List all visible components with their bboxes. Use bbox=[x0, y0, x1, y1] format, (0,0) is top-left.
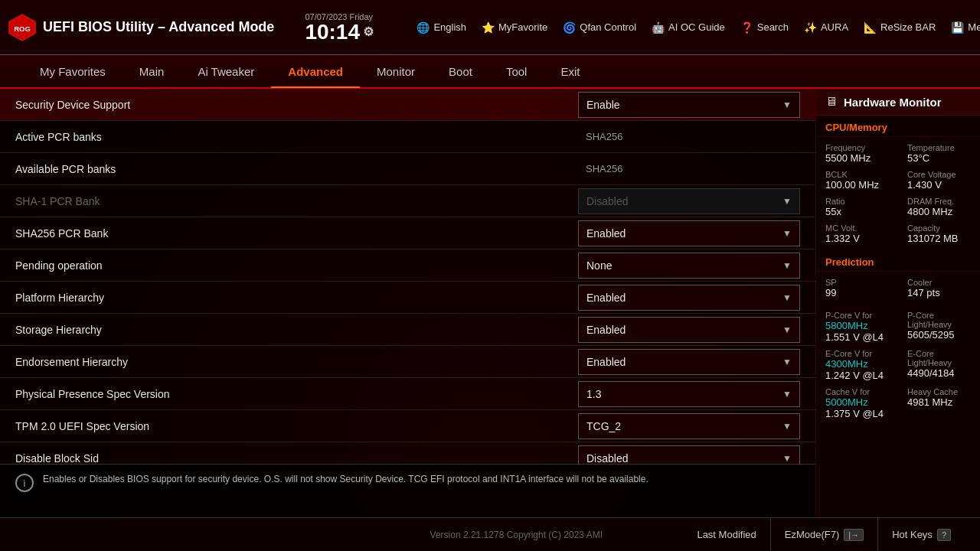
stat-frequency: Frequency 5500 MHz bbox=[816, 140, 898, 167]
nav-item-aitweaker[interactable]: Ai Tweaker bbox=[181, 54, 271, 88]
stat-capacity-label: Capacity bbox=[907, 223, 971, 233]
label-active-pcr-banks: Active PCR banks bbox=[15, 131, 586, 143]
topbar-language-label: English bbox=[433, 21, 466, 33]
dropdown-security-device-support[interactable]: Enable ▼ bbox=[578, 92, 800, 118]
stat-dram-freq-label: DRAM Freq. bbox=[907, 197, 971, 206]
dropdown-sha256-pcr-bank[interactable]: Enabled ▼ bbox=[578, 220, 800, 246]
monitor-icon: 🖥 bbox=[825, 95, 838, 109]
memtest-icon: 💾 bbox=[951, 21, 964, 34]
row-security-device-support: Security Device Support Enable ▼ bbox=[0, 89, 815, 121]
pcore-stats: P-Core V for 5800MHz 1.551 V @L4 P-Core … bbox=[816, 305, 980, 425]
stat-capacity-value: 131072 MB bbox=[907, 233, 971, 244]
value-available-pcr-banks: SHA256 bbox=[586, 163, 800, 174]
stat-core-voltage: Core Voltage 1.430 V bbox=[898, 167, 980, 194]
chevron-down-icon: ▼ bbox=[782, 99, 792, 110]
stat-core-voltage-value: 1.430 V bbox=[907, 179, 971, 191]
stat-pcore-v-val: 1.551 V @L4 bbox=[825, 331, 889, 343]
stat-temperature: Temperature 53°C bbox=[898, 140, 980, 167]
label-tpm20-uefi-spec: TPM 2.0 UEFI Spec Version bbox=[15, 420, 578, 432]
stat-frequency-value: 5500 MHz bbox=[825, 152, 889, 164]
dropdown-tpm20-uefi-spec[interactable]: TCG_2 ▼ bbox=[578, 413, 800, 439]
hotkeys-key-badge: ? bbox=[937, 529, 951, 541]
nav-item-favorites[interactable]: My Favorites bbox=[23, 54, 122, 88]
topbar-item-search[interactable]: ❓ Search bbox=[734, 18, 795, 37]
footer-hotkeys-btn[interactable]: Hot Keys ? bbox=[878, 518, 965, 552]
row-available-pcr-banks: Available PCR banks SHA256 bbox=[0, 153, 815, 185]
nav-item-monitor[interactable]: Monitor bbox=[360, 54, 432, 88]
dropdown-sha1-pcr-bank: Disabled ▼ bbox=[578, 188, 800, 214]
chevron-down-icon: ▼ bbox=[782, 357, 792, 367]
stat-temperature-value: 53°C bbox=[907, 152, 971, 164]
language-icon: 🌐 bbox=[416, 21, 430, 34]
stat-bclk-label: BCLK bbox=[825, 170, 889, 179]
nav-item-tool[interactable]: Tool bbox=[489, 54, 544, 88]
bios-container: ROG UEFI BIOS Utility – Advanced Mode 07… bbox=[0, 0, 980, 551]
topbar-aura-label: AURA bbox=[821, 21, 848, 33]
stat-ratio: Ratio 55x bbox=[816, 194, 898, 220]
row-pending-operation: Pending operation None ▼ bbox=[0, 249, 815, 282]
topbar-item-aura[interactable]: ✨ AURA bbox=[798, 18, 854, 37]
dropdown-endorsement-hierarchy[interactable]: Enabled ▼ bbox=[578, 349, 800, 375]
rog-logo-icon: ROG bbox=[8, 13, 37, 42]
stat-ecore-lh: E-Core Light/Heavy 4490/4184 bbox=[898, 346, 980, 384]
stat-mc-volt-label: MC Volt. bbox=[825, 223, 889, 233]
info-icon: i bbox=[15, 474, 34, 492]
row-sha256-pcr-bank: SHA256 PCR Bank Enabled ▼ bbox=[0, 217, 815, 249]
main-panel: Security Device Support Enable ▼ Active … bbox=[0, 89, 815, 517]
stat-cache-v-freq: 5000MHz bbox=[825, 396, 889, 408]
topbar-qfan-label: Qfan Control bbox=[580, 21, 636, 33]
dropdown-storage-hierarchy[interactable]: Enabled ▼ bbox=[578, 317, 800, 343]
topbar-item-aioc[interactable]: 🤖 AI OC Guide bbox=[645, 18, 731, 37]
search-icon: ❓ bbox=[740, 21, 753, 34]
footer-ezmode-btn[interactable]: EzMode(F7) |→ bbox=[771, 518, 878, 552]
row-tpm20-uefi-spec: TPM 2.0 UEFI Spec Version TCG_2 ▼ bbox=[0, 410, 815, 442]
nav-item-boot[interactable]: Boot bbox=[432, 54, 489, 88]
label-endorsement-hierarchy: Endorsement Hierarchy bbox=[15, 356, 578, 368]
value-active-pcr-banks: SHA256 bbox=[586, 131, 800, 142]
topbar-resizebar-label: ReSize BAR bbox=[880, 21, 936, 33]
stat-ecore-lh-label: E-Core bbox=[907, 349, 971, 358]
aura-icon: ✨ bbox=[804, 21, 817, 34]
dropdown-platform-hierarchy[interactable]: Enabled ▼ bbox=[578, 285, 800, 311]
topbar-item-resizebar[interactable]: 📐 ReSize BAR bbox=[858, 18, 942, 37]
stat-pcore-lh-val: 5605/5295 bbox=[907, 329, 971, 341]
stat-ecore-v-freq: 4300MHz bbox=[825, 358, 889, 370]
ezmode-label: EzMode(F7) bbox=[785, 529, 840, 540]
topbar-aioc-label: AI OC Guide bbox=[668, 21, 725, 33]
footer-last-modified-btn[interactable]: Last Modified bbox=[683, 518, 770, 552]
label-storage-hierarchy: Storage Hierarchy bbox=[15, 324, 578, 336]
stat-bclk-value: 100.00 MHz bbox=[825, 179, 889, 191]
chevron-down-icon: ▼ bbox=[782, 453, 792, 464]
stat-heavy-cache-label: Heavy Cache bbox=[907, 387, 971, 396]
stat-ecore-v-label: E-Core V for bbox=[825, 349, 889, 358]
chevron-down-icon: ▼ bbox=[782, 260, 792, 271]
dropdown-physical-presence-spec[interactable]: 1.3 ▼ bbox=[578, 381, 800, 407]
settings-icon[interactable]: ⚙ bbox=[363, 26, 374, 38]
dropdown-pending-operation[interactable]: None ▼ bbox=[578, 253, 800, 279]
topbar: ROG UEFI BIOS Utility – Advanced Mode 07… bbox=[0, 0, 980, 55]
info-text: Enables or Disables BIOS support for sec… bbox=[43, 472, 648, 486]
nav-item-advanced[interactable]: Advanced bbox=[271, 54, 360, 88]
topbar-item-qfan[interactable]: 🌀 Qfan Control bbox=[557, 18, 642, 37]
stat-pcore-lh-sublabel: Light/Heavy bbox=[907, 320, 971, 329]
label-sha1-pcr-bank: SHA-1 PCR Bank bbox=[15, 195, 578, 207]
nav-item-exit[interactable]: Exit bbox=[544, 54, 596, 88]
topbar-item-memtest[interactable]: 💾 MemTest86 bbox=[945, 18, 980, 37]
stat-cache-v-val: 1.375 V @L4 bbox=[825, 408, 889, 419]
chevron-down-icon: ▼ bbox=[782, 228, 792, 239]
stat-sp: SP 99 bbox=[816, 275, 898, 302]
stat-sp-value: 99 bbox=[825, 287, 889, 298]
label-sha256-pcr-bank: SHA256 PCR Bank bbox=[15, 227, 578, 240]
dropdown-disable-block-sid[interactable]: Disabled ▼ bbox=[578, 445, 800, 465]
nav-item-main[interactable]: Main bbox=[122, 54, 181, 88]
topbar-item-myfavorite[interactable]: ⭐ MyFavorite bbox=[475, 18, 554, 37]
label-physical-presence-spec: Physical Presence Spec Version bbox=[15, 388, 578, 400]
topbar-item-language[interactable]: 🌐 English bbox=[410, 18, 472, 37]
info-bar: i Enables or Disables BIOS support for s… bbox=[0, 464, 815, 517]
stat-mc-volt: MC Volt. 1.332 V bbox=[816, 220, 898, 247]
stat-core-voltage-label: Core Voltage bbox=[907, 170, 971, 179]
main-nav: My Favorites Main Ai Tweaker Advanced Mo… bbox=[0, 55, 980, 89]
time-display: 10:14 ⚙ bbox=[305, 21, 381, 43]
stat-dram-freq-value: 4800 MHz bbox=[907, 206, 971, 217]
aioc-icon: 🤖 bbox=[652, 21, 665, 34]
